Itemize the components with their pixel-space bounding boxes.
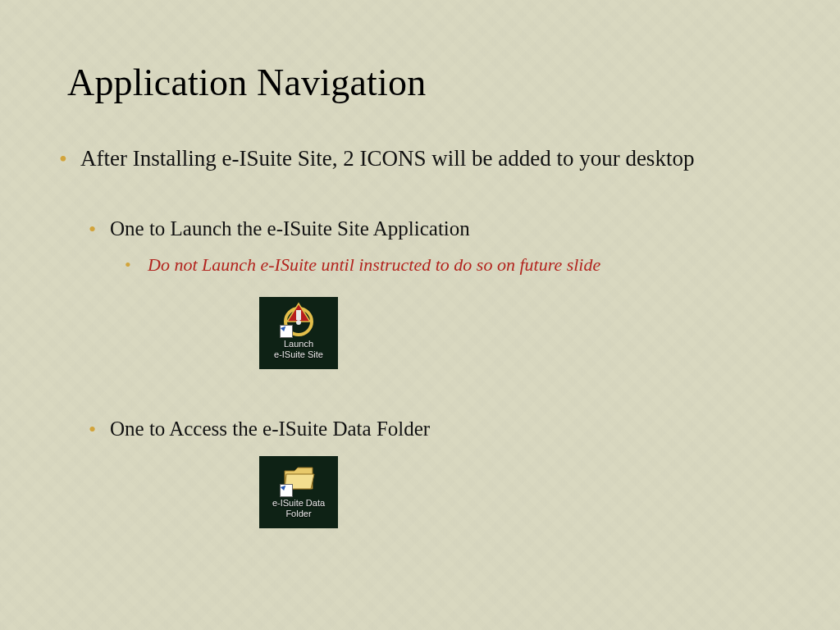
sub-bullet-item: One to Launch the e-ISuite Site Applicat… xyxy=(89,215,761,243)
warning-text: Do not Launch e-ISuite until instructed … xyxy=(148,254,600,275)
shortcut-arrow-icon xyxy=(280,484,293,497)
icon-caption-line: Folder xyxy=(285,509,311,518)
warning-bullet-item: Do not Launch e-ISuite until instructed … xyxy=(125,253,765,277)
svg-rect-2 xyxy=(296,310,301,320)
sub-bullet-list: One to Access the e-ISuite Data Folder xyxy=(89,415,761,443)
sub-bullet-list: One to Launch the e-ISuite Site Applicat… xyxy=(89,215,761,243)
launch-eisuite-shortcut-icon: Launch e-ISuite Site xyxy=(259,297,338,369)
icon-caption-line: Launch xyxy=(284,339,313,349)
sub-sub-bullet-list: Do not Launch e-ISuite until instructed … xyxy=(125,253,765,277)
svg-point-3 xyxy=(296,320,301,325)
icon-caption-line: e-ISuite Data xyxy=(272,498,325,508)
bullet-item: After Installing e-ISuite Site, 2 ICONS … xyxy=(59,144,773,173)
icon-caption: Launch e-ISuite Site xyxy=(274,339,323,359)
bullet-text: After Installing e-ISuite Site, 2 ICONS … xyxy=(80,146,694,171)
folder-icon xyxy=(281,461,316,495)
bullet-list: After Installing e-ISuite Site, 2 ICONS … xyxy=(59,144,773,173)
icon-caption: e-ISuite Data Folder xyxy=(272,498,325,518)
eisuite-app-icon xyxy=(281,302,316,336)
sub-bullet-text: One to Launch the e-ISuite Site Applicat… xyxy=(110,217,470,240)
eisuite-data-folder-shortcut-icon: e-ISuite Data Folder xyxy=(259,456,338,528)
sub-bullet-text: One to Access the e-ISuite Data Folder xyxy=(110,418,430,440)
icon-caption-line: e-ISuite Site xyxy=(274,349,323,359)
sub-bullet-item: One to Access the e-ISuite Data Folder xyxy=(89,415,761,443)
shortcut-arrow-icon xyxy=(280,325,293,338)
slide-title: Application Navigation xyxy=(67,61,426,104)
